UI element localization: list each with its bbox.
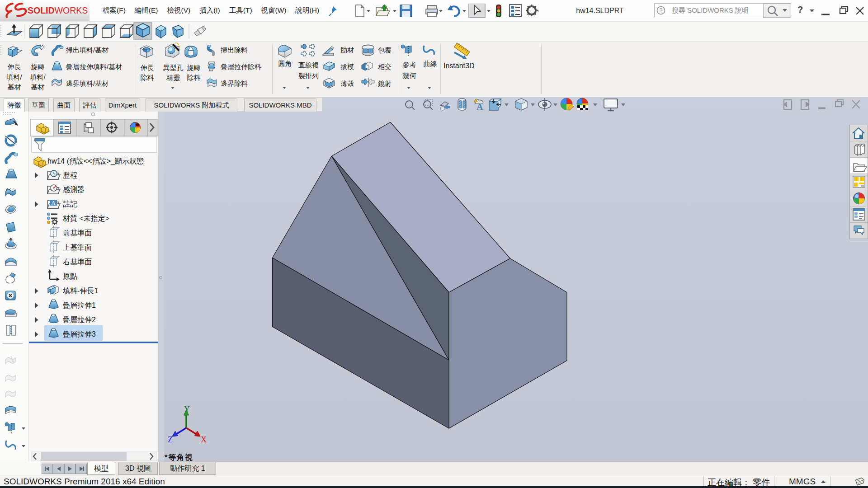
svg-text:SOLIDWORKS: SOLIDWORKS <box>28 5 88 15</box>
svg-text:Y: Y <box>184 405 190 414</box>
svg-text:?: ? <box>660 7 663 14</box>
svg-text:A: A <box>476 102 483 112</box>
svg-text:X: X <box>201 435 207 444</box>
svg-text:Z: Z <box>168 435 173 444</box>
